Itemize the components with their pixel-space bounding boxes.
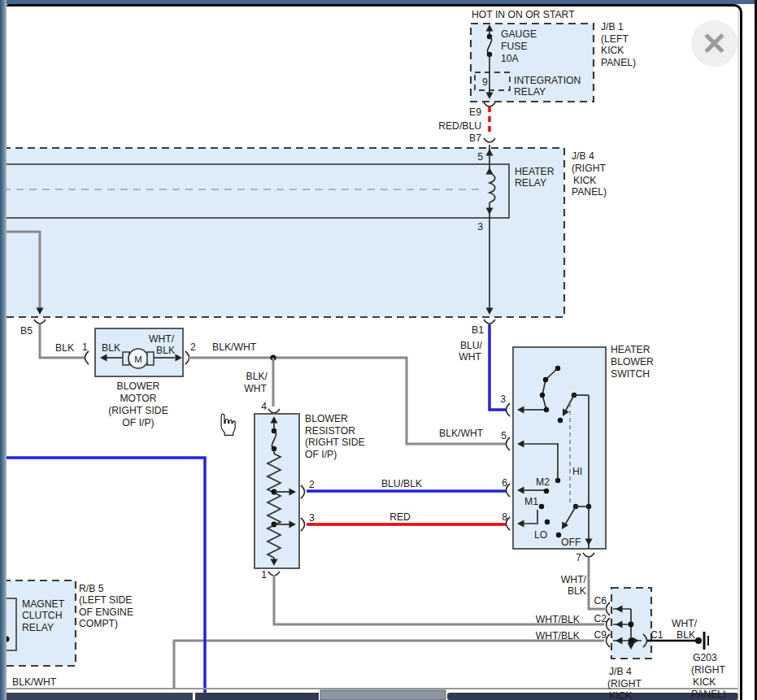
label-motor-wht: WHT/ [149,333,175,345]
label-blower-resistor-2: RESISTOR [305,425,355,437]
label-integration-2: RELAY [514,86,546,98]
jb4-junction-block-top [3,145,564,324]
label-c1: C1 [650,629,663,641]
wht-blk-wire-c9 [174,641,604,689]
label-blk-wht-h: BLK/WHT [212,341,257,353]
label-blk-wht-bottom: BLK/WHT [12,676,57,688]
label-g203-1: G203 [693,652,717,663]
close-button[interactable]: ✕ [691,20,737,67]
blower-resistor [255,414,305,576]
label-switch-pin3: 3 [500,393,506,405]
label-c2: C2 [594,613,607,624]
label-hot-note: HOT IN ON OR START [472,9,575,20]
label-blk7: BLK [568,585,586,597]
label-blower-motor-2: MOTOR [120,393,156,404]
label-off: OFF [561,537,581,548]
label-jb4bottom-1: J/B 4 [609,666,632,677]
label-resistor-pin2: 2 [309,479,315,490]
label-blower-motor-3: (RIGHT SIDE [108,405,168,416]
label-e9: E9 [469,107,481,118]
label-wht-c1: WHT/ [672,618,698,629]
label-blu: BLU/ [460,340,483,351]
label-jb4top-2: (RIGHT [572,163,607,174]
label-switch-1: HEATER [611,344,650,355]
label-magnet-3: RELAY [22,622,54,633]
label-blu-blk: BLU/BLK [381,478,422,489]
label-blk-c1: BLK [677,629,695,641]
label-lo: LO [534,529,547,541]
label-switch-pin7: 7 [576,552,581,563]
label-b7: B7 [469,133,481,144]
label-resistor-pin1: 1 [261,569,267,580]
wiring-diagram-viewer: HOT IN ON OR START GAUGE FUSE 10A 9 INTE… [0,0,757,700]
label-m1: M1 [524,496,538,507]
label-blower-motor-1: BLOWER [117,380,160,392]
label-jb1-4: PANEL) [601,57,636,68]
label-jb4bottom-3: KICK [609,690,632,700]
label-integration-1: INTEGRATION [514,75,581,86]
label-motor-blk: BLK [102,342,120,354]
label-blower-resistor-3: (RIGHT SIDE [305,437,365,448]
label-relay-pin5: 5 [477,151,483,163]
label-fuse-1: GAUGE [501,28,537,40]
label-heater-relay-1: HEATER [515,166,555,177]
label-wht7: WHT/ [561,574,587,585]
window-frame-top [0,0,757,4]
label-blk: BLK [55,342,74,354]
label-jb1-2: (LEFT [601,33,629,45]
wiring-diagram-image: HOT IN ON OR START GAUGE FUSE 10A 9 INTE… [0,0,757,700]
label-g203-3: KICK [693,676,716,688]
label-blower-resistor-1: BLOWER [305,413,348,424]
label-jb4top-4: PANEL) [572,186,607,198]
label-motor-wht-blk: BLK [156,345,175,356]
label-relay-pin3: 3 [477,221,483,233]
label-switch-3: SWITCH [611,368,650,380]
label-switch-pin5: 5 [501,430,507,441]
label-wht-v: WHT [244,383,267,394]
close-icon: ✕ [702,28,728,59]
label-blower-motor-4: OF I/P) [122,417,154,428]
heater-blower-switch [507,347,607,557]
label-whtblk-c2: WHT/BLK [536,614,580,625]
label-fuse-2: FUSE [501,41,528,52]
label-rb5-1: R/B 5 [79,583,104,594]
label-heater-relay-2: RELAY [515,177,546,189]
label-pin9: 9 [482,76,488,88]
label-rb5-3: OF ENGINE [79,607,133,618]
label-resistor-pin4: 4 [261,401,267,412]
label-blk-v: BLK/ [246,371,268,382]
label-b1: B1 [472,324,484,336]
window-frame-left [0,0,7,700]
label-resistor-pin3: 3 [309,512,315,524]
label-switch-pin6: 6 [502,477,507,489]
label-motor-pin2: 2 [190,341,196,353]
label-hi: HI [572,466,582,477]
label-motor-m: M [134,354,141,364]
label-blk-wht-5: BLK/WHT [439,428,484,439]
label-b5: B5 [20,325,33,337]
label-switch-2: BLOWER [611,356,654,367]
red-blu-jumper-wire [484,107,495,142]
label-rb5-4: COMPT) [79,618,118,629]
jb4-junction-block-bottom [607,588,652,659]
label-wht: WHT [459,351,481,363]
label-jb4top-1: J/B 4 [572,150,594,162]
label-motor-pin1: 1 [82,341,88,353]
label-fuse-3: 10A [501,53,520,64]
label-m2: M2 [536,476,550,488]
label-blower-resistor-4: OF I/P) [305,449,337,460]
label-c6: C6 [594,595,607,607]
label-g203-4: PANEL) [691,689,726,700]
label-red: RED [389,511,411,523]
label-magnet-2: CLUTCH [22,610,62,621]
hand-cursor [221,414,235,435]
label-magnet-1: MAGNET [22,598,65,610]
label-jb4bottom-2: (RIGHT [607,678,642,689]
label-jb1-1: J/B 1 [601,21,624,33]
label-g203-2: (RIGHT [691,664,726,676]
heater-relay-box [3,164,509,218]
label-jb1-3: KICK [601,45,624,56]
label-jb4top-3: KICK [573,175,596,186]
label-red-blu: RED/BLU [438,120,481,132]
label-switch-pin8: 8 [502,511,507,523]
